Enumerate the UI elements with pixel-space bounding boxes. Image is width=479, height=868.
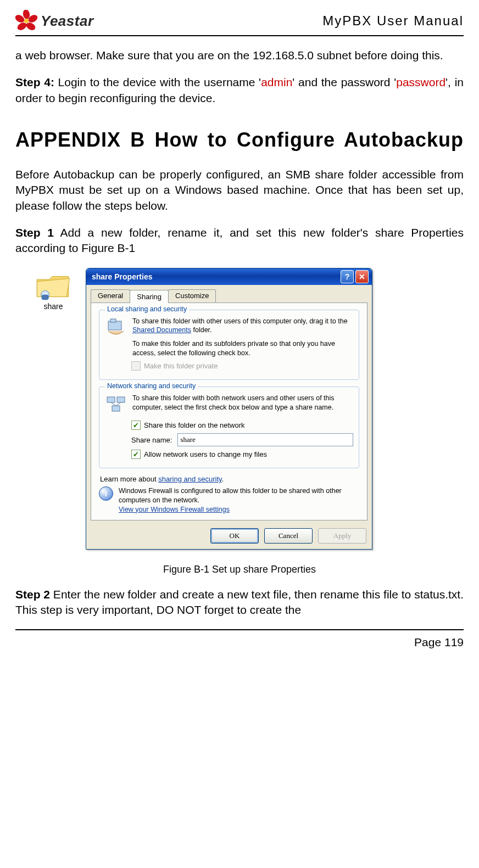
tab-general[interactable]: General [91,289,130,303]
shared-documents-link[interactable]: Shared Documents [132,326,191,334]
footer-rule [15,629,464,630]
allow-change-label: Allow network users to change my files [144,450,267,458]
share-properties-dialog: share Properties ? ✕ General Sharing Cus… [86,268,372,550]
logo-icon [15,10,37,32]
local-sharing-group: Local sharing and security To share this… [99,310,359,380]
shared-folder-icon: share [29,272,78,311]
step4-label: Step 4: [15,76,54,88]
make-private-checkbox [131,361,141,371]
tab-customize[interactable]: Customize [168,289,216,303]
appendix-heading: APPENDIX B How to Configure Autobackup [15,125,464,155]
step1-paragraph: Step 1 Add a new folder, rename it, and … [15,225,464,256]
svg-rect-10 [107,397,115,402]
dialog-buttons: OK Cancel Apply [86,525,372,549]
svg-rect-11 [117,397,125,402]
svg-rect-9 [110,319,116,322]
close-button[interactable]: ✕ [355,270,369,283]
network-sharing-group: Network sharing and security To share th… [99,387,359,468]
figure-b1: share share Properties ? ✕ General Shari… [15,268,464,550]
tab-panel-sharing: Local sharing and security To share this… [91,303,367,520]
ok-button[interactable]: OK [210,528,259,544]
step2-paragraph: Step 2 Enter the new folder and create a… [15,587,464,618]
step4-paragraph: Step 4: Login to the device with the use… [15,75,464,106]
firewall-text: Windows Firewall is configured to allow … [119,486,359,505]
share-on-network-label: Share this folder on the network [144,421,245,429]
network-sharing-title: Network sharing and security [105,382,198,390]
dialog-tabs: General Sharing Customize [86,285,372,303]
brand-logo: Yeastar [15,10,94,32]
network-icon [105,394,127,417]
firewall-settings-link[interactable]: View your Windows Firewall settings [119,506,230,513]
share-name-label: Share name: [131,436,172,444]
learn-more-row: Learn more about sharing and security. [100,475,359,483]
make-private-label: Make this folder private [144,362,218,370]
info-icon: i [99,486,113,501]
apply-button: Apply [318,528,366,544]
svg-point-5 [24,19,29,23]
step2-label: Step 2 [15,588,50,601]
share-name-input[interactable] [177,433,353,446]
figure-caption: Figure B-1 Set up share Properties [15,564,464,575]
tab-sharing[interactable]: Sharing [130,290,169,303]
brand-name: Yeastar [41,13,94,30]
local-sharing-title: Local sharing and security [105,305,189,313]
svg-rect-7 [42,294,49,299]
cancel-button[interactable]: Cancel [264,528,313,544]
appendix-intro: Before Autobackup can be properly config… [15,167,464,214]
password-credential: password [396,76,445,88]
sharing-security-link[interactable]: sharing and security [158,475,221,483]
step1-label: Step 1 [15,226,54,239]
share-on-network-checkbox[interactable]: ✔ [131,421,141,430]
continuation-paragraph: a web browser. Make sure that you are on… [15,48,464,63]
allow-change-checkbox[interactable]: ✔ [131,450,141,459]
folder-hand-icon [105,317,127,340]
admin-credential: admin [261,76,292,88]
help-button[interactable]: ? [341,270,354,283]
dialog-title: share Properties [92,272,153,281]
folder-label: share [43,302,63,311]
page-number: Page 119 [15,636,464,649]
doc-title: MyPBX User Manual [322,13,464,29]
page-header: Yeastar MyPBX User Manual [15,10,464,36]
svg-rect-12 [112,406,120,411]
dialog-titlebar: share Properties ? ✕ [86,268,372,285]
